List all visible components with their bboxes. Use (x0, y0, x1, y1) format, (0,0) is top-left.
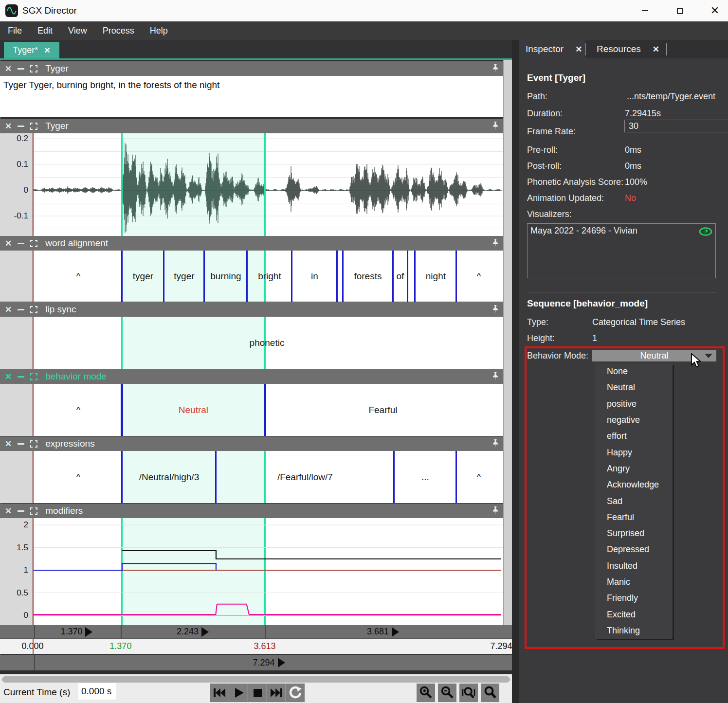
close-button[interactable]: ✕ (709, 4, 721, 17)
menu-view[interactable]: View (60, 21, 95, 40)
timeline-segment[interactable]: 2.243 (121, 625, 265, 638)
segment-duration-bar[interactable]: 1.3702.2433.681 (0, 625, 512, 638)
playhead-line[interactable] (33, 133, 34, 236)
panel-content-behavior-mode[interactable]: ^NeutralFearful (0, 384, 503, 436)
pin-icon[interactable] (491, 121, 499, 133)
pin-icon[interactable] (491, 372, 499, 383)
collapse-panel-icon[interactable] (18, 243, 24, 244)
loop-button[interactable] (286, 684, 305, 702)
play-segment-icon[interactable] (85, 627, 92, 637)
collapse-panel-icon[interactable] (18, 510, 24, 512)
playhead-line[interactable] (33, 451, 34, 503)
pin-icon[interactable] (491, 506, 499, 518)
panel-content-word-alignment[interactable]: ^tygertygerburningbrightinforestsofnight… (0, 251, 503, 302)
ruler-playhead[interactable] (33, 639, 34, 654)
modifiers-plot[interactable] (0, 518, 503, 625)
playhead-line[interactable] (33, 384, 34, 436)
option-depressed[interactable]: Depressed (595, 541, 673, 558)
expand-panel-icon[interactable] (30, 240, 37, 247)
option-manic[interactable]: Manic (595, 574, 673, 590)
visualizers-list[interactable]: Maya 2022 - 24696 - Vivian (527, 223, 716, 278)
option-neutral[interactable]: Neutral (595, 379, 673, 396)
panel-content-expressions[interactable]: ^/Neutral/high/3/Fearful/low/7...^ (0, 451, 503, 503)
option-acknowledge[interactable]: Acknowledge (595, 477, 673, 493)
option-surprised[interactable]: Surprised (595, 525, 673, 541)
vertical-scrollbar[interactable] (503, 60, 512, 625)
expand-panel-icon[interactable] (30, 373, 37, 380)
expand-panel-icon[interactable] (30, 507, 37, 515)
zoom-fit-button[interactable] (459, 684, 478, 702)
stop-button[interactable] (248, 684, 267, 702)
option-fearful[interactable]: Fearful (595, 509, 673, 525)
skip-to-start-button[interactable] (210, 684, 229, 702)
time-ruler[interactable]: 0.0001.3703.6137.294 (0, 638, 512, 654)
playhead-line[interactable] (33, 518, 34, 625)
maximize-button[interactable] (673, 4, 686, 17)
collapse-panel-icon[interactable] (18, 126, 24, 127)
pin-icon[interactable] (491, 305, 499, 316)
expand-panel-icon[interactable] (30, 440, 37, 448)
full-duration-bar[interactable]: 7.294 (0, 655, 512, 670)
close-panel-icon[interactable]: ✕ (5, 64, 12, 74)
close-panel-icon[interactable]: ✕ (5, 506, 12, 516)
panel-content-lip-sync[interactable]: phonetic (0, 317, 503, 369)
option-insulted[interactable]: Insulted (595, 558, 673, 574)
minimize-button[interactable] (638, 4, 651, 17)
close-panel-icon[interactable]: ✕ (5, 372, 12, 382)
option-effort[interactable]: effort (595, 428, 673, 444)
play-button[interactable] (229, 684, 248, 702)
menu-process[interactable]: Process (95, 21, 142, 40)
option-negative[interactable]: negative (595, 412, 673, 428)
panel-content-waveform[interactable]: 0.20.10-0.1 (0, 133, 503, 236)
horizontal-scrollbar[interactable] (2, 676, 510, 683)
pin-icon[interactable] (491, 238, 499, 250)
close-panel-icon[interactable]: ✕ (5, 439, 12, 449)
play-all-icon[interactable] (278, 658, 285, 667)
segment-boundary[interactable] (336, 251, 338, 302)
timeline-segment[interactable]: 1.370 (33, 625, 121, 638)
selection-start-line[interactable] (121, 133, 123, 236)
tab-resources-close-icon[interactable]: ✕ (653, 44, 659, 54)
menu-file[interactable]: File (0, 21, 30, 40)
collapse-panel-icon[interactable] (18, 376, 24, 378)
expand-panel-icon[interactable] (30, 123, 37, 130)
visibility-eye-icon[interactable] (699, 227, 712, 236)
option-angry[interactable]: Angry (595, 461, 673, 477)
zoom-out-button[interactable] (438, 684, 456, 702)
option-thinking[interactable]: Thinking (595, 623, 673, 639)
visualizer-item[interactable]: Maya 2022 - 24696 - Vivian (530, 226, 637, 236)
pin-icon[interactable] (491, 64, 499, 75)
tab-resources[interactable]: Resources ✕ (590, 40, 666, 58)
tab-close-icon[interactable]: ✕ (44, 46, 50, 55)
option-none[interactable]: None (595, 363, 673, 379)
selection-region[interactable] (122, 133, 265, 236)
tab-inspector-close-icon[interactable]: ✕ (575, 44, 582, 54)
panel-splitter[interactable] (512, 40, 519, 703)
zoom-select-button[interactable] (481, 684, 499, 702)
panel-content-modifiers[interactable]: 21.510.50 (0, 518, 503, 625)
pin-icon[interactable] (491, 439, 499, 451)
playhead-line[interactable] (33, 251, 34, 302)
play-segment-icon[interactable] (392, 627, 399, 637)
segment-boundary[interactable] (407, 251, 408, 302)
close-panel-icon[interactable]: ✕ (5, 238, 12, 249)
option-excited[interactable]: Excited (595, 606, 673, 622)
zoom-in-button[interactable] (417, 684, 435, 702)
play-segment-icon[interactable] (201, 627, 209, 637)
option-happy[interactable]: Happy (595, 444, 673, 460)
menu-edit[interactable]: Edit (30, 21, 60, 40)
current-time-input[interactable]: 0.000 s (78, 683, 116, 700)
expand-panel-icon[interactable] (30, 306, 37, 313)
option-sad[interactable]: Sad (595, 493, 673, 509)
close-panel-icon[interactable]: ✕ (5, 121, 12, 131)
tab-tyger[interactable]: Tyger* ✕ (4, 42, 59, 58)
expand-panel-icon[interactable] (30, 65, 37, 72)
collapse-panel-icon[interactable] (18, 309, 24, 310)
option-friendly[interactable]: Friendly (595, 590, 673, 606)
full-range-segment[interactable]: 7.294 (35, 655, 503, 670)
collapse-panel-icon[interactable] (18, 443, 24, 445)
selection-end-line[interactable] (264, 133, 266, 236)
framerate-input[interactable]: 30 (624, 120, 728, 132)
menu-help[interactable]: Help (142, 21, 176, 40)
skip-to-end-button[interactable] (267, 684, 286, 702)
